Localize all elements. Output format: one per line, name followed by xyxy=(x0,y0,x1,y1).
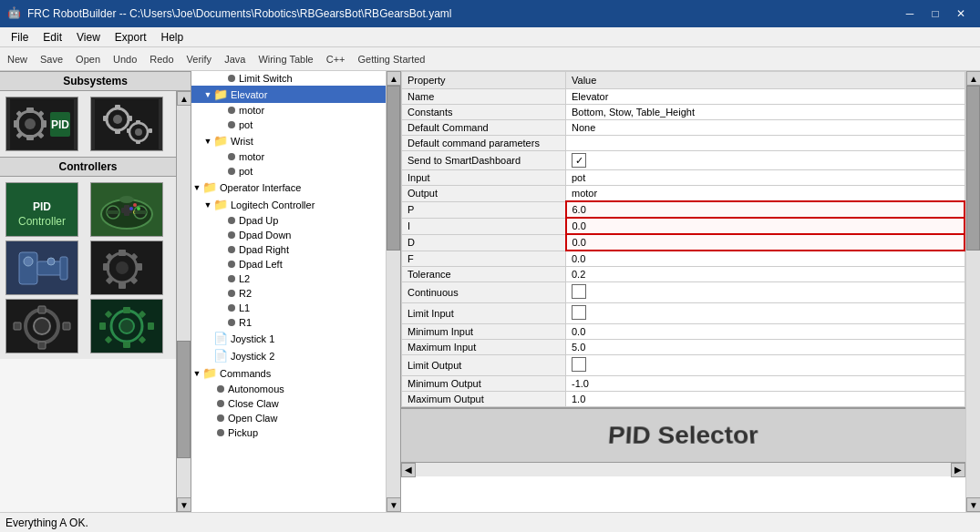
tree-item-elevator-pot[interactable]: pot xyxy=(191,118,386,132)
toolbar-verify[interactable]: Verify xyxy=(183,53,216,66)
prop-value-17[interactable]: -1.0 xyxy=(566,376,965,392)
controller-icon-5[interactable] xyxy=(5,299,78,353)
tree-toggle-oi[interactable]: ▼ xyxy=(191,182,202,193)
checkbox-4[interactable] xyxy=(572,153,586,168)
prop-value-10[interactable]: 0.0 xyxy=(566,251,965,267)
tree-scroll-up[interactable]: ▲ xyxy=(387,71,400,86)
scroll-down-arrow[interactable]: ▼ xyxy=(177,497,191,512)
menu-view[interactable]: View xyxy=(69,29,108,46)
prop-value-0[interactable]: Elevator xyxy=(566,89,965,105)
tree-item-open-claw[interactable]: Open Claw xyxy=(191,411,386,425)
tree-item-autonomous[interactable]: Autonomous xyxy=(191,382,386,396)
checkbox-16[interactable] xyxy=(572,357,586,372)
menu-help[interactable]: Help xyxy=(154,29,191,46)
controller-icon-3[interactable] xyxy=(5,240,78,295)
subsystem-icon-1[interactable]: PID xyxy=(5,97,78,151)
tree-item-r2[interactable]: R2 xyxy=(191,286,386,301)
scroll-thumb[interactable] xyxy=(177,341,191,458)
prop-value-6[interactable]: motor xyxy=(566,186,965,202)
prop-row-4: Send to SmartDashboard xyxy=(402,151,965,170)
props-scroll-up[interactable]: ▲ xyxy=(966,71,980,86)
props-scroll-thumb[interactable] xyxy=(966,86,980,251)
svg-rect-23 xyxy=(136,140,140,144)
toolbar-wiring-table[interactable]: Wiring Table xyxy=(254,53,316,66)
controller-icon-6[interactable] xyxy=(90,299,163,353)
col-property: Property xyxy=(402,72,566,89)
toolbar-new[interactable]: New xyxy=(4,53,31,66)
tree-toggle-logitech[interactable]: ▼ xyxy=(202,200,213,210)
props-scroll-down[interactable]: ▼ xyxy=(966,497,980,512)
tree-item-dpad-left[interactable]: Dpad Left xyxy=(191,257,386,271)
checkbox-12[interactable] xyxy=(572,284,586,299)
toolbar-getting-started[interactable]: Getting Started xyxy=(355,53,429,66)
tree-item-pickup[interactable]: Pickup xyxy=(191,425,386,440)
h-scroll-right[interactable]: ▶ xyxy=(951,463,965,477)
close-window-button[interactable]: ✕ xyxy=(949,5,973,23)
left-panel-scrollbar[interactable]: ▲ ▼ xyxy=(176,91,191,512)
controller-icon-2[interactable] xyxy=(90,182,163,237)
prop-row-8: I0.0 xyxy=(402,218,965,234)
scroll-up-arrow[interactable]: ▲ xyxy=(177,91,191,106)
toolbar-open[interactable]: Open xyxy=(72,53,104,66)
tree-toggle-elevator[interactable]: ▼ xyxy=(202,89,213,100)
tree-item-logitech[interactable]: ▼ 📁 Logitech Controller xyxy=(191,196,386,213)
prop-value-7[interactable]: 6.0 xyxy=(566,201,965,218)
prop-value-2[interactable]: None xyxy=(566,120,965,136)
tree-item-wrist-pot[interactable]: pot xyxy=(191,164,386,179)
controller-icon-1[interactable]: PID Controller xyxy=(5,182,78,237)
toolbar-redo[interactable]: Redo xyxy=(146,53,177,66)
tree-item-commands[interactable]: ▼ 📁 Commands xyxy=(191,364,386,382)
prop-value-15[interactable]: 5.0 xyxy=(566,340,965,355)
tree-scroll-thumb[interactable] xyxy=(387,86,400,251)
prop-value-14[interactable]: 0.0 xyxy=(566,324,965,340)
tree-item-l1[interactable]: L1 xyxy=(191,301,386,315)
toolbar-undo[interactable]: Undo xyxy=(109,53,140,66)
tree-item-operator-interface[interactable]: ▼ 📁 Operator Interface xyxy=(191,179,386,196)
tree-scrollbar[interactable]: ▲ ▼ xyxy=(386,71,400,512)
tree-item-joystick1[interactable]: 📄 Joystick 1 xyxy=(191,330,386,347)
tree-scroll-down[interactable]: ▼ xyxy=(387,497,400,512)
menu-export[interactable]: Export xyxy=(108,29,154,46)
tree-item-joystick2[interactable]: 📄 Joystick 2 xyxy=(191,347,386,364)
prop-value-1[interactable]: Bottom, Stow, Table_Height xyxy=(566,105,965,120)
tree-toggle-wrist[interactable]: ▼ xyxy=(202,136,213,147)
prop-value-3[interactable] xyxy=(566,136,965,151)
tree-item-elevator-motor[interactable]: motor xyxy=(191,103,386,118)
controller-icon-4[interactable] xyxy=(90,240,163,295)
tree-item-wrist-motor[interactable]: motor xyxy=(191,149,386,164)
tree-item-close-claw[interactable]: Close Claw xyxy=(191,396,386,411)
h-scrollbar[interactable]: ◀ ▶ xyxy=(401,462,965,476)
prop-value-13[interactable] xyxy=(566,303,965,324)
menu-file[interactable]: File xyxy=(4,29,36,46)
tree-item-wrist[interactable]: ▼ 📁 Wrist xyxy=(191,132,386,149)
prop-value-11[interactable]: 0.2 xyxy=(566,267,965,282)
tree-item-dpad-down[interactable]: Dpad Down xyxy=(191,228,386,242)
toolbar-cpp[interactable]: C++ xyxy=(323,53,349,66)
tree-item-l2[interactable]: L2 xyxy=(191,271,386,286)
prop-value-18[interactable]: 1.0 xyxy=(566,392,965,407)
tree-item-dpad-up[interactable]: Dpad Up xyxy=(191,213,386,228)
prop-value-5[interactable]: pot xyxy=(566,170,965,186)
tree-item-limit-switch[interactable]: Limit Switch xyxy=(191,71,386,86)
h-scroll-left[interactable]: ◀ xyxy=(401,463,416,477)
tree-item-elevator[interactable]: ▼ 📁 Elevator xyxy=(191,86,386,103)
subsystem-icon-2[interactable] xyxy=(90,97,163,151)
checkbox-13[interactable] xyxy=(572,305,586,320)
prop-value-9[interactable]: 0.0 xyxy=(566,234,965,251)
h-scroll-track xyxy=(416,463,951,476)
prop-value-12[interactable] xyxy=(566,282,965,303)
toolbar-save[interactable]: Save xyxy=(36,53,67,66)
maximize-button[interactable]: □ xyxy=(923,5,947,23)
tree-label-r1: R1 xyxy=(239,317,252,328)
tree-item-r1[interactable]: R1 xyxy=(191,315,386,330)
minimize-button[interactable]: ─ xyxy=(898,5,922,23)
tree-item-dpad-right[interactable]: Dpad Right xyxy=(191,242,386,257)
prop-value-16[interactable] xyxy=(566,355,965,376)
menu-edit[interactable]: Edit xyxy=(36,29,69,46)
svg-text:Controller: Controller xyxy=(18,215,66,228)
prop-value-4[interactable] xyxy=(566,151,965,170)
props-scroll-v[interactable]: ▲ ▼ xyxy=(965,71,980,512)
tree-toggle-commands[interactable]: ▼ xyxy=(191,368,202,379)
prop-value-8[interactable]: 0.0 xyxy=(566,218,965,234)
toolbar-java[interactable]: Java xyxy=(221,53,249,66)
